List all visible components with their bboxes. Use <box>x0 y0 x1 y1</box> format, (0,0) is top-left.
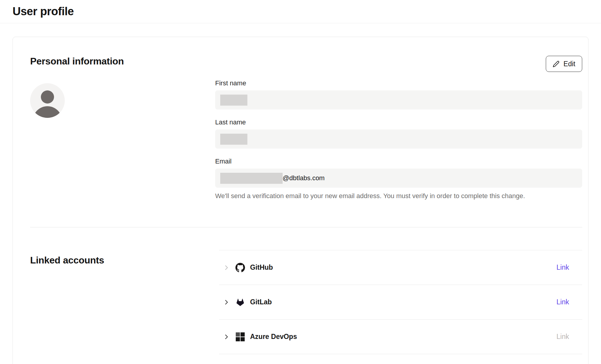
person-silhouette-icon <box>41 90 54 104</box>
email-label: Email <box>215 157 582 165</box>
last-name-label: Last name <box>215 118 582 126</box>
chevron-right-icon[interactable] <box>223 333 230 341</box>
personal-information-heading: Personal information <box>30 56 124 67</box>
linked-accounts-list: GitHub Link GitLab Link <box>219 250 582 354</box>
last-name-field: Last name <box>215 118 582 149</box>
profile-card: Personal information Edit <box>13 37 588 364</box>
last-name-input[interactable] <box>215 129 582 149</box>
linked-account-name: GitLab <box>250 298 272 306</box>
redacted-last-name-value <box>220 134 247 145</box>
linked-accounts-heading: Linked accounts <box>30 255 219 266</box>
linked-accounts-section: Linked accounts GitHub Link <box>30 250 582 354</box>
email-help-text: We'll send a verification email to your … <box>215 192 582 200</box>
edit-button-label: Edit <box>563 60 575 68</box>
linked-account-row-github: GitHub Link <box>219 250 582 285</box>
linked-account-name: GitHub <box>250 263 273 272</box>
content-area: Personal information Edit <box>0 23 601 364</box>
personal-information-section: Personal information Edit <box>30 56 582 200</box>
email-field: Email @dbtlabs.com We'll send a verifica… <box>215 157 582 200</box>
avatar <box>30 83 65 118</box>
first-name-input[interactable] <box>215 90 582 109</box>
azure-devops-icon <box>235 332 245 342</box>
page-header: User profile <box>0 0 601 23</box>
chevron-right-icon[interactable] <box>223 264 230 272</box>
github-link-action[interactable]: Link <box>557 263 569 272</box>
linked-account-name: Azure DevOps <box>250 333 297 341</box>
linked-account-row-azure-devops: Azure DevOps Link <box>219 320 582 354</box>
redacted-first-name-value <box>220 95 247 106</box>
gitlab-link-action[interactable]: Link <box>557 298 569 306</box>
edit-button[interactable]: Edit <box>546 56 582 72</box>
first-name-field: First name <box>215 79 582 109</box>
page-title: User profile <box>13 5 74 18</box>
gitlab-icon <box>235 297 245 307</box>
redacted-email-value <box>220 173 283 184</box>
section-divider <box>30 227 582 227</box>
pencil-icon <box>553 61 560 67</box>
azure-devops-link-action[interactable]: Link <box>557 333 569 341</box>
first-name-label: First name <box>215 79 582 87</box>
chevron-right-icon[interactable] <box>223 298 230 306</box>
github-icon <box>235 263 245 272</box>
linked-account-row-gitlab: GitLab Link <box>219 285 582 320</box>
personal-info-form: First name Last name Email <box>215 79 582 200</box>
email-domain-text: @dbtlabs.com <box>283 174 325 182</box>
email-input[interactable]: @dbtlabs.com <box>215 169 582 188</box>
